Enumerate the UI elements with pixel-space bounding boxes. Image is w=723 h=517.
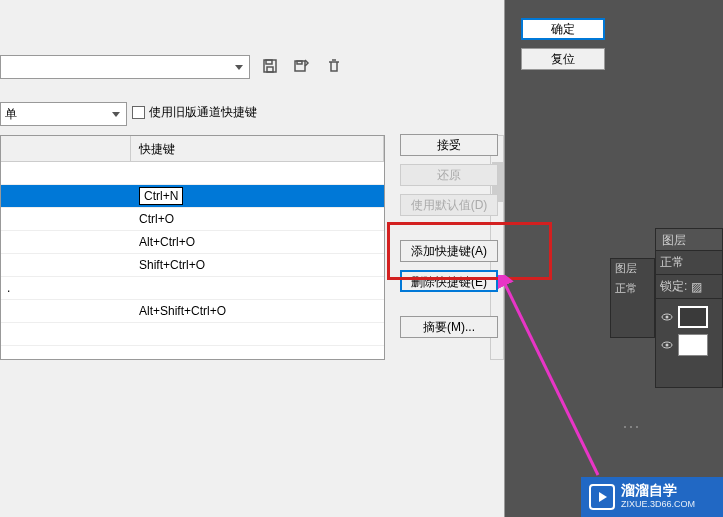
legacy-checkbox-row[interactable]: 使用旧版通道快捷键 <box>132 104 257 121</box>
visibility-eye-icon[interactable] <box>660 338 674 352</box>
table-row[interactable] <box>1 162 384 185</box>
ok-button[interactable]: 确定 <box>521 18 605 40</box>
table-body: Ctrl+N Ctrl+O Alt+Ctrl+O Shift+Ctrl+O . … <box>1 162 384 360</box>
table-row[interactable] <box>1 323 384 346</box>
layers-panel-back: 图层 正常 <box>610 258 655 338</box>
save-as-icon[interactable] <box>292 56 312 76</box>
play-icon <box>589 484 615 510</box>
layer-thumbnail[interactable] <box>678 306 708 328</box>
trash-icon[interactable] <box>324 56 344 76</box>
table-row[interactable]: Alt+Ctrl+O <box>1 231 384 254</box>
table-row[interactable]: Ctrl+N <box>1 185 384 208</box>
table-header: 快捷键 <box>1 136 384 162</box>
area-dropdown[interactable]: 单 <box>0 102 127 126</box>
shortcuts-table: 快捷键 Ctrl+N Ctrl+O Alt+Ctrl+O Shift+Ctrl+… <box>0 135 385 360</box>
icon-toolbar <box>260 56 344 76</box>
legacy-checkbox-label: 使用旧版通道快捷键 <box>149 104 257 121</box>
undo-button: 还原 <box>400 164 498 186</box>
header-command[interactable] <box>1 136 131 161</box>
visibility-eye-icon[interactable] <box>660 310 674 324</box>
shortcut-edit-field[interactable]: Ctrl+N <box>139 187 183 205</box>
svg-line-5 <box>503 280 598 475</box>
table-row[interactable]: Ctrl+O <box>1 208 384 231</box>
svg-rect-2 <box>267 67 273 72</box>
annotation-arrow <box>498 275 618 485</box>
layer-item[interactable] <box>660 331 718 359</box>
shortcuts-dialog: 单 使用旧版通道快捷键 快捷键 Ctrl+N Ctrl+O <box>0 0 505 517</box>
svg-point-9 <box>666 344 669 347</box>
area-dropdown-label: 单 <box>5 106 17 123</box>
blend-mode-dropdown[interactable]: 正常 <box>656 251 722 275</box>
add-shortcut-button[interactable]: 添加快捷键(A) <box>400 240 498 262</box>
layer-thumbnail[interactable] <box>678 334 708 356</box>
delete-shortcut-button[interactable]: 删除快捷键(E) <box>400 270 498 292</box>
watermark-url: ZIXUE.3D66.COM <box>621 497 695 511</box>
table-row[interactable]: Alt+Shift+Ctrl+O <box>1 300 384 323</box>
watermark: 溜溜自学 ZIXUE.3D66.COM <box>581 477 723 517</box>
accept-button[interactable]: 接受 <box>400 134 498 156</box>
svg-point-7 <box>666 316 669 319</box>
table-row[interactable]: . <box>1 277 384 300</box>
table-row[interactable]: Shift+Ctrl+O <box>1 254 384 277</box>
checkbox-icon[interactable] <box>132 106 145 119</box>
layer-item[interactable] <box>660 303 718 331</box>
action-buttons: 接受 还原 使用默认值(D) 添加快捷键(A) 删除快捷键(E) 摘要(M)..… <box>400 134 498 338</box>
summary-button[interactable]: 摘要(M)... <box>400 316 498 338</box>
reset-button[interactable]: 复位 <box>521 48 605 70</box>
resize-grip-icon: ⋯ <box>622 415 643 437</box>
svg-rect-4 <box>297 61 302 64</box>
header-shortcut[interactable]: 快捷键 <box>131 136 384 161</box>
svg-rect-1 <box>266 60 272 64</box>
preset-dropdown[interactable] <box>0 55 250 79</box>
lock-row: 锁定: ▨ <box>656 275 722 299</box>
layers-panel: 图层 正常 锁定: ▨ <box>655 228 723 388</box>
defaults-button: 使用默认值(D) <box>400 194 498 216</box>
layers-tab-back[interactable]: 图层 <box>611 259 654 279</box>
watermark-title: 溜溜自学 <box>621 483 695 497</box>
lock-pixels-icon[interactable]: ▨ <box>691 280 702 294</box>
save-icon[interactable] <box>260 56 280 76</box>
blend-mode-back[interactable]: 正常 <box>611 279 654 299</box>
layers-tab[interactable]: 图层 <box>656 229 722 251</box>
